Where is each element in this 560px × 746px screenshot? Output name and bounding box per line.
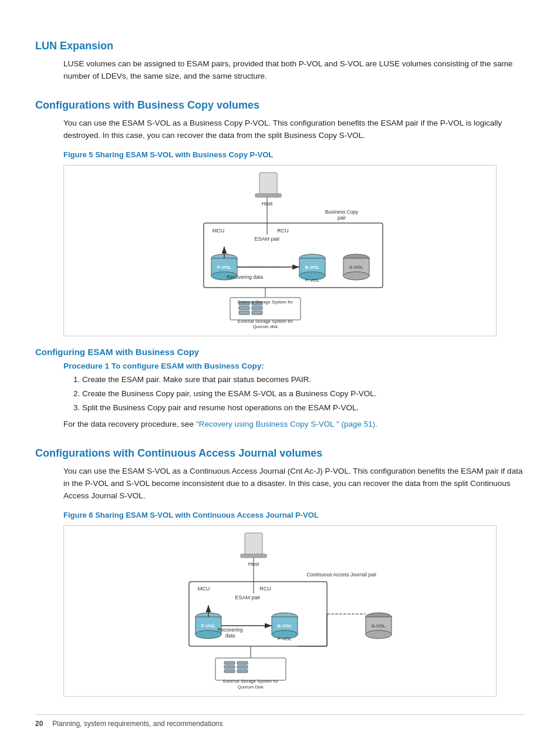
svg-rect-74 [224,666,235,669]
svg-rect-1 [255,194,281,197]
svg-text:MCU: MCU [198,586,210,592]
config-caj-body: You can use the ESAM S-VOL as a Continuo… [63,465,525,502]
svg-rect-36 [252,311,262,315]
lun-expansion-heading: LUN Expansion [35,40,525,52]
svg-rect-77 [237,666,248,669]
footer-text: Planning, system requirements, and recom… [52,720,222,728]
lun-expansion-body: LUSE volumes can be assigned to ESAM pai… [63,58,525,83]
procedure1-step3: Split the Business Copy pair and resume … [82,402,525,414]
svg-point-25 [343,272,369,280]
svg-text:ESAM pair: ESAM pair [235,595,260,600]
svg-text:pair: pair [338,215,346,221]
page-footer: 20 Planning, system requirements, and re… [35,714,525,728]
svg-text:P-VOL: P-VOL [278,636,292,642]
svg-text:Business Copy: Business Copy [325,209,359,215]
svg-rect-76 [237,661,248,664]
svg-text:Recovering data: Recovering data [227,274,263,280]
footer-page-number: 20 [35,720,43,728]
svg-rect-32 [239,306,249,310]
svg-text:RCU: RCU [259,586,271,592]
svg-text:RCU: RCU [277,228,289,234]
svg-text:Quorum disk: Quorum disk [253,324,278,329]
svg-text:S-VOL: S-VOL [349,265,364,270]
svg-rect-33 [239,311,249,315]
svg-text:P-VOL: P-VOL [305,278,320,283]
svg-rect-78 [237,670,248,673]
svg-text:P-VOL: P-VOL [217,265,232,270]
figure6-svg: Host Continuous Access Journal pair MCU … [157,532,403,690]
figure6-caption: Figure 6 Sharing ESAM S-VOL with Continu… [63,511,525,519]
svg-text:Continuous Access Journal pair: Continuous Access Journal pair [306,572,376,578]
svg-text:MCU: MCU [212,228,225,234]
svg-text:P-VOL: P-VOL [201,623,216,629]
svg-text:External Storage System for: External Storage System for [238,299,293,305]
svg-rect-42 [245,533,262,555]
svg-text:External Storage System for: External Storage System for [223,679,278,684]
procedure1-step1: Create the ESAM pair. Make sure that pai… [82,374,525,386]
svg-point-66 [366,630,392,639]
procedure1-title: Procedure 1 To configure ESAM with Busin… [63,362,525,370]
svg-text:data: data [225,633,235,639]
svg-rect-0 [259,173,277,195]
recovery-prefix: For the data recovery procedure, see [63,420,196,428]
config-caj-heading: Configurations with Continuous Access Jo… [35,447,525,460]
figure5-caption: Figure 5 Sharing ESAM S-VOL with Busines… [63,150,525,159]
figure5-svg: Host Business Copy pair MCU RCU ESAM pai… [168,171,392,330]
svg-rect-75 [224,670,235,673]
svg-text:Quorum Disk: Quorum Disk [238,684,264,690]
configuring-esam-heading: Configuring ESAM with Business Copy [35,347,525,357]
procedure1-list: Create the ESAM pair. Make sure that pai… [82,374,525,414]
recovery-link[interactable]: "Recovery using Business Copy S-VOL " (p… [196,420,377,428]
svg-text:External Storage System for: External Storage System for [238,319,293,324]
config-business-copy-body: You can use the ESAM S-VOL as a Business… [63,117,525,142]
svg-rect-73 [224,661,235,664]
svg-rect-43 [241,554,266,558]
config-business-copy-heading: Configurations with Business Copy volume… [35,99,525,112]
svg-text:ESAM pair: ESAM pair [254,236,279,242]
figure5-diagram: Host Business Copy pair MCU RCU ESAM pai… [63,165,497,336]
svg-text:Recovering: Recovering [218,627,243,633]
svg-text:B-VOL: B-VOL [305,265,320,270]
svg-text:S-VOL: S-VOL [372,623,386,629]
svg-rect-35 [252,306,262,310]
svg-text:B-VOL: B-VOL [278,623,292,629]
procedure1-step2: Create the Business Copy pair, using the… [82,388,525,400]
recovery-text: For the data recovery procedure, see "Re… [63,418,525,431]
figure6-diagram: Host Continuous Access Journal pair MCU … [63,525,497,697]
